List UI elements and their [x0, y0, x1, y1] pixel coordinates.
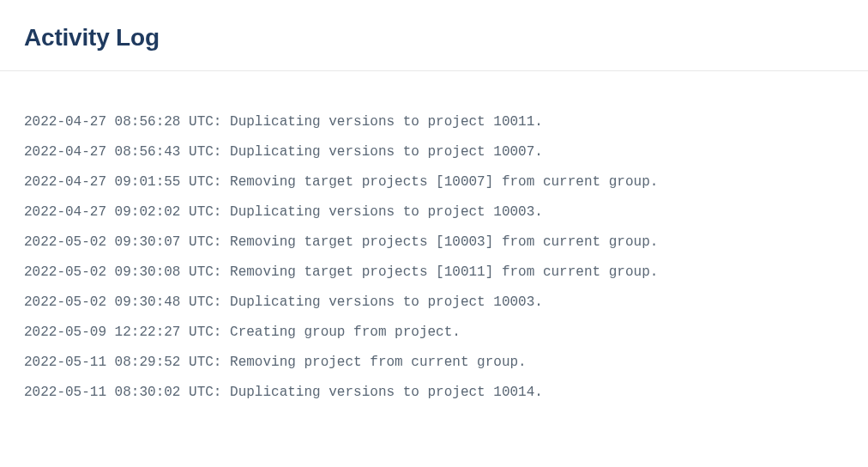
log-line: 2022-05-02 09:30:07 UTC: Removing target…	[24, 227, 844, 258]
log-timestamp: 2022-05-11 08:30:02 UTC	[24, 385, 214, 400]
log-separator: :	[214, 144, 230, 160]
log-separator: :	[214, 114, 230, 130]
page-title: Activity Log	[24, 24, 844, 52]
log-line: 2022-05-11 08:30:02 UTC: Duplicating ver…	[24, 378, 844, 408]
log-separator: :	[214, 294, 230, 310]
log-timestamp: 2022-04-27 08:56:28 UTC	[24, 114, 214, 130]
log-timestamp: 2022-05-02 09:30:07 UTC	[24, 234, 214, 250]
log-line: 2022-04-27 09:01:55 UTC: Removing target…	[24, 167, 844, 197]
log-line: 2022-05-09 12:22:27 UTC: Creating group …	[24, 318, 844, 348]
log-timestamp: 2022-04-27 08:56:43 UTC	[24, 144, 214, 160]
log-line: 2022-05-02 09:30:48 UTC: Duplicating ver…	[24, 288, 844, 318]
log-separator: :	[214, 204, 230, 220]
log-message: Duplicating versions to project 10007.	[230, 144, 543, 160]
log-timestamp: 2022-05-09 12:22:27 UTC	[24, 324, 214, 340]
log-message: Removing target projects [10007] from cu…	[230, 174, 658, 190]
log-timestamp: 2022-04-27 09:02:02 UTC	[24, 204, 214, 220]
log-message: Removing project from current group.	[230, 355, 527, 370]
log-message: Removing target projects [10011] from cu…	[230, 264, 658, 280]
log-timestamp: 2022-05-02 09:30:48 UTC	[24, 294, 214, 310]
log-separator: :	[214, 324, 230, 340]
log-message: Duplicating versions to project 10003.	[230, 204, 543, 220]
activity-log-body: 2022-04-27 08:56:28 UTC: Duplicating ver…	[0, 71, 868, 425]
log-line: 2022-04-27 08:56:43 UTC: Duplicating ver…	[24, 137, 844, 167]
log-timestamp: 2022-04-27 09:01:55 UTC	[24, 174, 214, 190]
activity-log-header: Activity Log	[0, 0, 868, 71]
log-separator: :	[214, 264, 230, 280]
log-message: Duplicating versions to project 10011.	[230, 114, 543, 130]
log-separator: :	[214, 234, 230, 250]
log-separator: :	[214, 174, 230, 190]
log-timestamp: 2022-05-11 08:29:52 UTC	[24, 355, 214, 370]
log-message: Duplicating versions to project 10003.	[230, 294, 543, 310]
log-message: Creating group from project.	[230, 324, 461, 340]
log-line: 2022-04-27 08:56:28 UTC: Duplicating ver…	[24, 107, 844, 137]
log-message: Removing target projects [10003] from cu…	[230, 234, 658, 250]
log-line: 2022-05-11 08:29:52 UTC: Removing projec…	[24, 348, 844, 378]
log-line: 2022-05-02 09:30:08 UTC: Removing target…	[24, 258, 844, 288]
log-separator: :	[214, 385, 230, 400]
log-message: Duplicating versions to project 10014.	[230, 385, 543, 400]
log-line: 2022-04-27 09:02:02 UTC: Duplicating ver…	[24, 197, 844, 227]
log-separator: :	[214, 355, 230, 370]
log-timestamp: 2022-05-02 09:30:08 UTC	[24, 264, 214, 280]
